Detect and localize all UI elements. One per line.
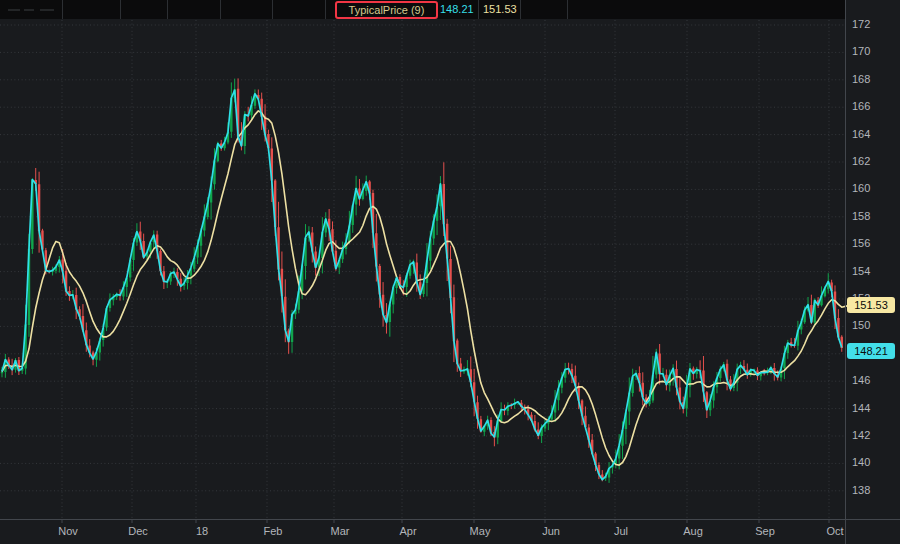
price-axis[interactable]: 1721701681661641621601581561541521501481… [845,0,900,519]
time-axis-label: Jun [533,525,569,537]
typical-price-axis-badge: 148.21 [847,343,895,359]
time-axis-label: Apr [390,525,426,537]
hidden-symbol-text [8,9,20,11]
legend-cell-divider [567,0,568,19]
hidden-symbol-text [40,9,54,11]
price-chart-canvas[interactable] [0,0,900,544]
price-axis-label: 138 [852,484,870,496]
price-axis-label: 172 [852,18,870,30]
time-axis[interactable]: NovDec18FebMarAprMayJunJulAugSepOct [0,519,845,544]
legend-cell-divider [120,0,121,19]
price-axis-label: 168 [852,73,870,85]
legend-cell-divider [167,0,168,19]
legend-cell-divider [478,0,479,19]
price-axis-label: 164 [852,128,870,140]
ohlc-legend-strip: TypicalPrice (9) 148.21 151.53 [0,0,845,19]
legend-cell-divider [520,0,521,19]
price-axis-label: 160 [852,182,870,194]
time-axis-label: Oct [817,525,853,537]
price-axis-label: 144 [852,402,870,414]
price-axis-label: 142 [852,429,870,441]
price-axis-label: 170 [852,45,870,57]
time-axis-label: Sep [747,525,783,537]
ma-axis-price-badge: 151.53 [847,297,895,313]
price-axis-label: 166 [852,100,870,112]
price-axis-label: 146 [852,374,870,386]
price-axis-label: 140 [852,456,870,468]
time-axis-label: Aug [675,525,711,537]
time-axis-label: Nov [50,525,86,537]
price-axis-label: 154 [852,265,870,277]
legend-cell-divider [325,0,326,19]
price-axis-label: 156 [852,237,870,249]
legend-cell-divider [272,0,273,19]
time-axis-label: Dec [120,525,156,537]
price-axis-label: 158 [852,210,870,222]
time-axis-label: May [462,525,498,537]
legend-cell-divider [62,0,63,19]
legend-cell-divider [220,0,221,19]
time-axis-label: 18 [184,525,220,537]
indicator-typical-price-value: 148.21 [440,3,474,16]
chart-window: TypicalPrice (9) 148.21 151.53 172170168… [0,0,900,544]
indicator-ma-value: 151.53 [483,3,517,16]
price-axis-label: 162 [852,155,870,167]
time-axis-label: Jul [603,525,639,537]
indicator-legend-highlight[interactable]: TypicalPrice (9) [335,1,438,19]
hidden-symbol-text [24,9,34,11]
time-axis-label: Feb [255,525,291,537]
indicator-label: TypicalPrice (9) [349,5,425,16]
time-axis-label: Mar [322,525,358,537]
price-axis-label: 150 [852,319,870,331]
